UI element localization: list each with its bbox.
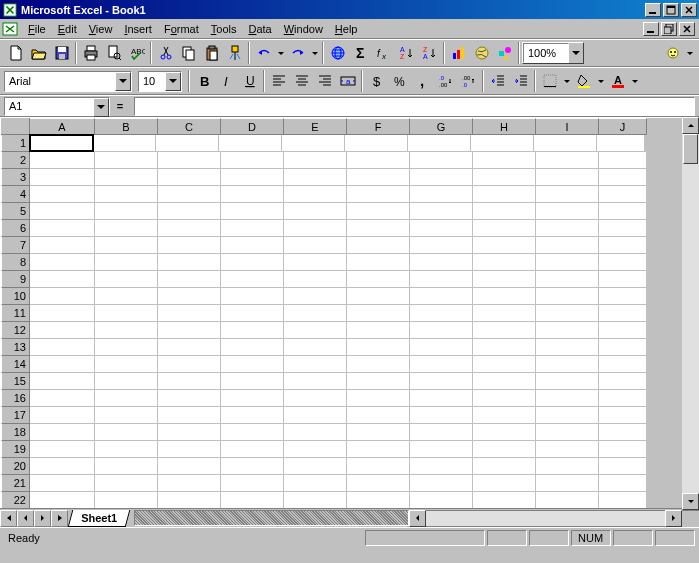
cell-G6[interactable] [410,220,473,237]
cell-G19[interactable] [410,441,473,458]
cell-D5[interactable] [221,203,284,220]
cell-J9[interactable] [599,271,647,288]
cell-A15[interactable] [30,373,95,390]
row-header-18[interactable]: 18 [1,424,30,441]
close-button[interactable] [681,3,697,17]
cell-F17[interactable] [347,407,410,424]
cell-H5[interactable] [473,203,536,220]
cell-B19[interactable] [95,441,158,458]
row-header-11[interactable]: 11 [1,305,30,322]
cell-A14[interactable] [30,356,95,373]
col-header-A[interactable]: A [30,118,95,135]
currency-button[interactable]: $ [365,70,388,92]
row-header-1[interactable]: 1 [1,135,30,152]
sort-ascending-button[interactable]: AZ [395,42,418,64]
cell-G14[interactable] [410,356,473,373]
formula-input[interactable] [134,97,695,116]
cut-button[interactable] [154,42,177,64]
v-scroll-down[interactable] [682,493,699,510]
cell-A5[interactable] [30,203,95,220]
tab-next-button[interactable] [34,510,51,527]
cell-B9[interactable] [95,271,158,288]
cell-A16[interactable] [30,390,95,407]
name-box-dropdown[interactable] [93,98,109,117]
cell-B2[interactable] [95,152,158,169]
cell-E11[interactable] [284,305,347,322]
cell-I10[interactable] [536,288,599,305]
cell-A22[interactable] [30,492,95,508]
hyperlink-button[interactable] [326,42,349,64]
cell-F2[interactable] [347,152,410,169]
cell-A1[interactable] [29,134,94,152]
cell-I13[interactable] [536,339,599,356]
col-header-J[interactable]: J [599,118,647,135]
cell-F10[interactable] [347,288,410,305]
zoom-dropdown[interactable] [569,43,583,63]
row-header-16[interactable]: 16 [1,390,30,407]
cell-F18[interactable] [347,424,410,441]
cell-C7[interactable] [158,237,221,254]
cell-E5[interactable] [284,203,347,220]
cell-B4[interactable] [95,186,158,203]
cell-E12[interactable] [284,322,347,339]
menu-format[interactable]: Format [158,21,205,37]
cell-B7[interactable] [95,237,158,254]
cell-G2[interactable] [410,152,473,169]
cell-F8[interactable] [347,254,410,271]
cell-E17[interactable] [284,407,347,424]
cell-G12[interactable] [410,322,473,339]
cell-E8[interactable] [284,254,347,271]
cell-F14[interactable] [347,356,410,373]
cell-B16[interactable] [95,390,158,407]
cell-I5[interactable] [536,203,599,220]
cell-F20[interactable] [347,458,410,475]
cell-G20[interactable] [410,458,473,475]
office-assistant-dropdown[interactable] [684,42,695,64]
cell-H15[interactable] [473,373,536,390]
cell-D19[interactable] [221,441,284,458]
cell-E10[interactable] [284,288,347,305]
col-header-D[interactable]: D [221,118,284,135]
cell-B15[interactable] [95,373,158,390]
cell-J16[interactable] [599,390,647,407]
row-header-4[interactable]: 4 [1,186,30,203]
percent-button[interactable]: % [388,70,411,92]
cell-H10[interactable] [473,288,536,305]
undo-button[interactable] [252,42,275,64]
cell-E3[interactable] [284,169,347,186]
row-header-17[interactable]: 17 [1,407,30,424]
cell-D14[interactable] [221,356,284,373]
cell-H1[interactable] [471,135,534,152]
font-color-dropdown[interactable] [629,70,640,92]
row-header-3[interactable]: 3 [1,169,30,186]
cell-A17[interactable] [30,407,95,424]
col-header-C[interactable]: C [158,118,221,135]
cell-D15[interactable] [221,373,284,390]
cell-J6[interactable] [599,220,647,237]
cell-C3[interactable] [158,169,221,186]
cell-B14[interactable] [95,356,158,373]
open-button[interactable] [27,42,50,64]
cell-H21[interactable] [473,475,536,492]
cell-A2[interactable] [30,152,95,169]
cell-J7[interactable] [599,237,647,254]
cell-E13[interactable] [284,339,347,356]
cell-E4[interactable] [284,186,347,203]
cell-H11[interactable] [473,305,536,322]
cell-I12[interactable] [536,322,599,339]
font-name-combo[interactable] [4,71,132,92]
font-name-dropdown[interactable] [115,72,131,91]
cell-G21[interactable] [410,475,473,492]
row-header-12[interactable]: 12 [1,322,30,339]
cell-C1[interactable] [156,135,219,152]
cell-C20[interactable] [158,458,221,475]
row-header-21[interactable]: 21 [1,475,30,492]
cell-D10[interactable] [221,288,284,305]
doc-minimize-button[interactable] [643,22,659,36]
align-left-button[interactable] [267,70,290,92]
cell-C18[interactable] [158,424,221,441]
cell-I16[interactable] [536,390,599,407]
cell-I3[interactable] [536,169,599,186]
cell-J20[interactable] [599,458,647,475]
cell-I22[interactable] [536,492,599,508]
